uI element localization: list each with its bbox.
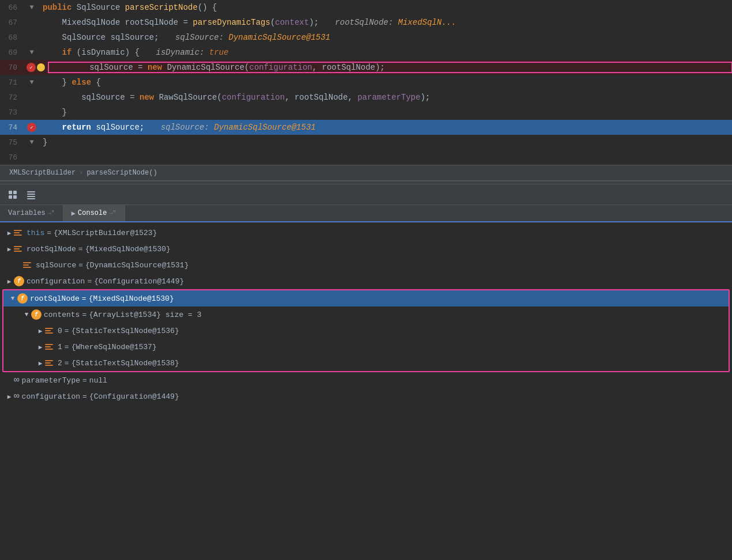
svg-rect-2 (9, 195, 12, 199)
var-row-sqlsource[interactable]: ▶ sqlSource = {DynamicSqlSource@1531} (0, 257, 732, 273)
line-content-67: MixedSqlNode rootSqlNode = parseDynamicT… (40, 18, 732, 27)
breadcrumb-bar: XMLScriptBuilder › parseScriptNode() (0, 165, 732, 181)
var-val-item-1: {WhereSqlNode@1537} (71, 343, 157, 351)
line-gutter-69: ▼ (23, 48, 40, 56)
line-number-76: 76 (0, 153, 23, 162)
var-row-item-1[interactable]: ▶ 1 = {WhereSqlNode@1537} (3, 339, 729, 355)
var-icon-parametertype: ∞ (14, 375, 20, 385)
tab-variables-label: Variables (8, 209, 46, 217)
var-name-item-1: 1 (58, 343, 62, 351)
var-eq-configuration-bottom: = (82, 392, 87, 401)
variables-panel: ▶ this = {XMLScriptBuilder@1523} ▶ rootS… (0, 222, 732, 560)
var-name-sqlsource: sqlSource (36, 261, 76, 270)
var-eq-configuration-top: = (87, 277, 92, 286)
expand-arrow-item-2[interactable]: ▶ (36, 358, 45, 368)
expand-arrow-configuration-bottom[interactable]: ▶ (5, 392, 14, 401)
line-gutter-66: ▼ (23, 3, 40, 12)
code-line-75: 75 ▼ } (0, 135, 732, 150)
fold-arrow-71[interactable]: ▼ (29, 78, 33, 86)
code-line-67: 67 MixedSqlNode rootSqlNode = parseDynam… (0, 15, 732, 30)
tab-console-arrow: →" (109, 210, 116, 217)
fold-arrow-69[interactable]: ▼ (29, 48, 33, 56)
var-row-configuration-bottom[interactable]: ▶ ∞ configuration = {Configuration@1449} (0, 388, 732, 404)
breadcrumb-class[interactable]: XMLScriptBuilder (9, 169, 76, 177)
var-val-configuration-bottom: {Configuration@1449} (89, 392, 179, 401)
var-name-configuration-bottom: configuration (22, 392, 80, 401)
code-line-66: 66 ▼ public SqlSource parseScriptNode() … (0, 0, 732, 15)
code-line-76: 76 (0, 150, 732, 165)
var-eq-parametertype: = (82, 376, 87, 385)
var-eq-contents: = (82, 311, 86, 319)
line-gutter-71: ▼ (23, 78, 40, 86)
pink-outline-group: ▼ f rootSqlNode = {MixedSqlNode@1530} ▼ … (2, 289, 730, 372)
breakpoint-icon-74[interactable] (27, 123, 36, 132)
expand-arrow-rootsqlnode-selected[interactable]: ▼ (8, 294, 17, 303)
var-row-parametertype[interactable]: ▶ ∞ parameterType = null (0, 372, 732, 388)
var-eq-item-1: = (65, 343, 69, 351)
var-icon-configuration-top: f (14, 276, 24, 286)
line-number-72: 72 (0, 93, 23, 102)
line-number-74: 74 (0, 123, 23, 132)
var-val-rootsqlnode-selected: {MixedSqlNode@1530} (89, 294, 174, 303)
var-row-rootsqlnode-selected[interactable]: ▼ f rootSqlNode = {MixedSqlNode@1530} (3, 290, 729, 307)
var-name-item-2: 2 (58, 359, 62, 368)
line-gutter-75: ▼ (23, 138, 40, 146)
var-eq-rootsqlnode-selected: = (82, 294, 86, 303)
svg-rect-4 (27, 191, 35, 192)
code-line-74: 74 return sqlSource; sqlSource: DynamicS… (0, 120, 732, 135)
list-view-button[interactable] (24, 188, 38, 202)
var-name-configuration-top: configuration (27, 277, 85, 286)
var-eq-rootsqlnode-top: = (78, 245, 83, 253)
svg-rect-3 (13, 195, 17, 199)
var-row-rootsqlnode-top[interactable]: ▶ rootSqlNode = {MixedSqlNode@1530} (0, 241, 732, 257)
tab-variables[interactable]: Variables →" (0, 205, 63, 221)
line-number-70: 70 (0, 63, 23, 72)
grid-view-button[interactable] (6, 188, 20, 202)
code-line-73: 73 } (0, 105, 732, 120)
tab-variables-arrow: →" (48, 210, 55, 217)
expand-arrow-contents[interactable]: ▼ (22, 310, 31, 319)
var-name-rootsqlnode-selected: rootSqlNode (30, 294, 80, 303)
var-name-parametertype: parameterType (22, 376, 80, 385)
line-number-68: 68 (0, 33, 23, 42)
line-content-68: SqlSource sqlSource; sqlSource: DynamicS… (40, 33, 732, 42)
fold-arrow-66[interactable]: ▼ (29, 3, 33, 12)
var-val-item-2: {StaticTextSqlNode@1538} (71, 359, 179, 368)
code-editor: 66 ▼ public SqlSource parseScriptNode() … (0, 0, 732, 165)
expand-arrow-this[interactable]: ▶ (5, 228, 14, 237)
expand-arrow-item-1[interactable]: ▶ (36, 342, 45, 351)
breakpoint-icon-70[interactable] (27, 63, 36, 72)
line-content-66: public SqlSource parseScriptNode() { (40, 3, 732, 12)
var-icon-rootsqlnode-top (14, 244, 24, 253)
lamp-icon-70[interactable] (37, 63, 45, 71)
breadcrumb-method[interactable]: parseScriptNode() (86, 169, 157, 177)
line-number-71: 71 (0, 78, 23, 87)
expand-arrow-rootsqlnode-top[interactable]: ▶ (5, 244, 14, 253)
line-content-74: return sqlSource; sqlSource: DynamicSqlS… (40, 123, 732, 132)
var-row-contents[interactable]: ▼ f contents = {ArrayList@1534} size = 3 (3, 307, 729, 323)
line-number-75: 75 (0, 138, 23, 147)
tab-console[interactable]: ▶ Console →" (63, 205, 125, 221)
var-eq-item-0: = (65, 327, 69, 335)
var-size-contents: size = 3 (165, 311, 201, 319)
var-icon-configuration-bottom: ∞ (14, 391, 20, 402)
expand-arrow-configuration-top[interactable]: ▶ (5, 277, 14, 286)
svg-rect-5 (27, 194, 35, 195)
var-row-item-2[interactable]: ▶ 2 = {StaticTextSqlNode@1538} (3, 355, 729, 371)
code-line-70: 70 sqlSource = new DynamicSqlSource(conf… (0, 60, 732, 75)
code-line-72: 72 sqlSource = new RawSqlSource(configur… (0, 90, 732, 105)
var-eq-sqlsource: = (78, 261, 83, 270)
var-val-rootsqlnode-top: {MixedSqlNode@1530} (85, 245, 171, 253)
var-row-configuration-top[interactable]: ▶ f configuration = {Configuration@1449} (0, 273, 732, 289)
line-content-72: sqlSource = new RawSqlSource(configurati… (40, 93, 732, 102)
expand-arrow-item-0[interactable]: ▶ (36, 326, 45, 335)
debug-toolbar (0, 184, 732, 205)
fold-arrow-75[interactable]: ▼ (29, 138, 33, 146)
var-val-this: {XMLScriptBuilder@1523} (54, 229, 157, 237)
var-icon-item-1 (45, 342, 55, 351)
var-row-item-0[interactable]: ▶ 0 = {StaticTextSqlNode@1536} (3, 323, 729, 339)
var-val-configuration-top: {Configuration@1449} (94, 277, 184, 286)
var-row-this[interactable]: ▶ this = {XMLScriptBuilder@1523} (0, 225, 732, 241)
line-content-75: } (40, 138, 732, 147)
svg-rect-7 (27, 198, 35, 199)
